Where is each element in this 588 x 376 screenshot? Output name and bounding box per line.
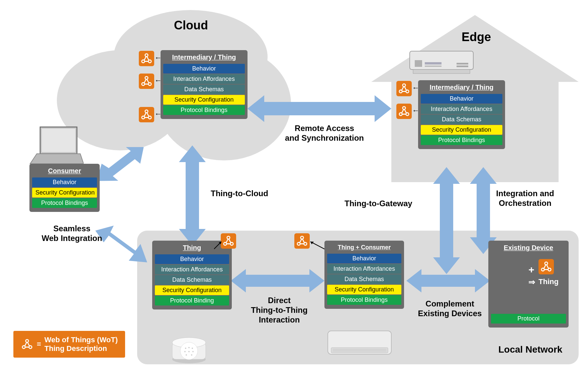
pointer-arrow: ← [155, 110, 162, 118]
row-security: Security Configuration [421, 125, 502, 135]
row-bindings: Protocol Bindings [32, 198, 97, 208]
annot-direct: Direct Thing-to-Thing Interaction [241, 296, 318, 325]
row-security: Security Configuration [163, 95, 245, 105]
sensor-icon [169, 331, 209, 364]
svg-marker-37 [248, 95, 391, 122]
svg-marker-39 [95, 147, 145, 182]
row-protocol: Protocol [491, 314, 566, 324]
svg-point-59 [403, 107, 406, 110]
svg-marker-7 [42, 129, 75, 152]
svg-point-21 [192, 348, 193, 349]
svg-rect-11 [425, 62, 442, 65]
svg-point-47 [145, 54, 148, 57]
svg-point-20 [188, 347, 190, 348]
wot-icon [21, 339, 33, 350]
svg-marker-43 [433, 167, 460, 274]
router-icon [408, 49, 475, 76]
legend-line1: Web of Things (WoT) [44, 336, 118, 344]
annot-thing-to-gateway: Thing-to-Gateway [345, 199, 412, 209]
legend-equals: = [37, 340, 41, 349]
card-title: Existing Device [491, 243, 566, 254]
svg-point-24 [192, 351, 194, 352]
thing-label: Thing [538, 277, 559, 286]
cloud-label: Cloud [174, 18, 208, 32]
card-cloud-intermediary: Intermediary / Thing Behavior Interactio… [161, 50, 248, 119]
svg-rect-9 [413, 70, 470, 74]
pointer-arrow: ← [155, 53, 162, 62]
svg-marker-6 [30, 154, 84, 164]
svg-point-22 [184, 351, 186, 352]
annot-integration: Integration and Orchestration [475, 189, 575, 208]
arrow-remote-access [248, 94, 391, 124]
annot-remote-access: Remote Access and Synchronization [274, 124, 375, 143]
svg-rect-13 [457, 63, 468, 65]
ac-unit-icon [326, 329, 393, 363]
plus-label: + [528, 264, 534, 275]
svg-rect-12 [425, 66, 442, 67]
row-bindings: Protocol Bindings [421, 135, 502, 145]
svg-point-23 [188, 351, 190, 352]
row-bindings: Protocol Bindings [163, 105, 245, 115]
row-behavior: Behavior [421, 94, 502, 104]
svg-rect-10 [415, 60, 422, 67]
annot-complement: Complement Existing Devices [413, 299, 487, 319]
svg-point-62 [227, 236, 230, 239]
row-affordances: Interaction Affordances [421, 104, 502, 114]
row-schemas: Data Schemas [327, 274, 401, 284]
pointer-arrow [308, 241, 326, 251]
svg-marker-38 [179, 145, 206, 246]
pointer-arrow: ← [155, 76, 162, 85]
arrow-direct-t2t [231, 267, 324, 294]
row-behavior: Behavior [155, 254, 229, 264]
svg-point-26 [191, 354, 192, 356]
row-behavior: Behavior [327, 254, 401, 263]
legend: = Web of Things (WoT) Thing Description [13, 331, 125, 358]
row-security: Security Configuration [327, 285, 401, 294]
wot-icon [538, 259, 554, 274]
pointer-arrow [214, 241, 224, 251]
wot-icon [396, 104, 412, 119]
wot-icon [139, 107, 154, 122]
pointer-arrow: ← [412, 84, 419, 92]
row-bindings: Protocol Binding [155, 296, 229, 305]
annot-thing-to-cloud: Thing-to-Cloud [211, 189, 268, 199]
wot-icon [396, 81, 412, 96]
card-consumer: Consumer Behavior Security Configuration… [29, 164, 100, 212]
arrow-consumer-cloud [95, 147, 145, 187]
svg-point-53 [145, 110, 148, 113]
laptop-icon [27, 124, 84, 167]
row-affordances: Interaction Affordances [163, 74, 245, 84]
svg-rect-14 [457, 66, 468, 67]
svg-point-56 [403, 84, 406, 87]
row-security: Security Configuration [155, 285, 229, 295]
row-schemas: Data Schemas [163, 85, 245, 94]
legend-line2: Thing Description [44, 344, 118, 353]
row-behavior: Behavior [32, 177, 97, 187]
svg-point-25 [186, 354, 187, 356]
arrow-label: ⇒ [528, 277, 535, 287]
card-title: Consumer [32, 166, 97, 177]
wot-icon [139, 51, 154, 66]
svg-point-67 [301, 236, 304, 239]
svg-rect-28 [331, 348, 388, 353]
row-affordances: Interaction Affordances [327, 264, 401, 274]
svg-point-72 [545, 262, 548, 265]
card-thing: Thing Behavior Interaction Affordances D… [152, 241, 232, 309]
row-security: Security Configuration [32, 188, 97, 198]
card-thing-consumer: Thing + Consumer Behavior Interaction Af… [324, 241, 404, 309]
arrow-thing-to-cloud [177, 145, 207, 246]
svg-marker-41 [231, 269, 324, 292]
row-schemas: Data Schemas [155, 275, 229, 285]
card-title: Intermediary / Thing [163, 53, 245, 63]
row-behavior: Behavior [163, 64, 245, 74]
svg-point-50 [145, 77, 148, 80]
annot-seamless: Seamless Web Integration [33, 224, 110, 243]
wot-icon [139, 74, 154, 89]
card-title: Intermediary / Thing [421, 83, 502, 93]
svg-point-75 [26, 340, 29, 343]
row-affordances: Interaction Affordances [155, 265, 229, 274]
arrow-thing-to-gateway [431, 167, 462, 274]
edge-label: Edge [462, 30, 491, 44]
card-title: Thing + Consumer [327, 243, 401, 253]
svg-point-19 [185, 348, 186, 349]
